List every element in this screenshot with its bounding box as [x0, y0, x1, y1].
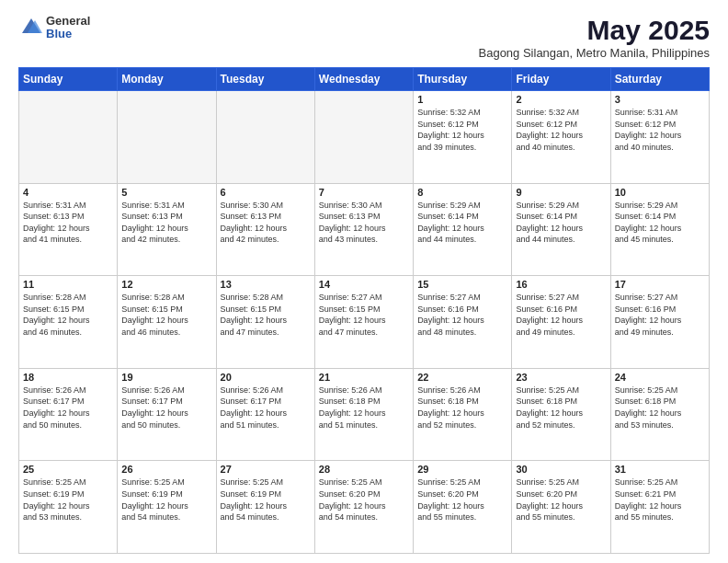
calendar-week-row: 4Sunrise: 5:31 AM Sunset: 6:13 PM Daylig…	[19, 183, 710, 276]
day-number: 16	[516, 279, 606, 290]
logo-icon	[18, 15, 44, 40]
calendar-cell	[314, 91, 413, 184]
title-block: May 2025 Bagong Silangan, Metro Manila, …	[479, 15, 711, 60]
calendar-week-row: 1Sunrise: 5:32 AM Sunset: 6:12 PM Daylig…	[19, 91, 710, 184]
day-number: 25	[23, 464, 113, 475]
day-info: Sunrise: 5:32 AM Sunset: 6:12 PM Dayligh…	[516, 107, 606, 153]
calendar-cell	[216, 91, 314, 184]
day-info: Sunrise: 5:27 AM Sunset: 6:16 PM Dayligh…	[417, 292, 507, 338]
calendar-week-row: 11Sunrise: 5:28 AM Sunset: 6:15 PM Dayli…	[19, 276, 710, 369]
day-info: Sunrise: 5:25 AM Sunset: 6:21 PM Dayligh…	[615, 477, 705, 523]
day-number: 5	[121, 187, 211, 198]
day-info: Sunrise: 5:25 AM Sunset: 6:19 PM Dayligh…	[23, 477, 113, 523]
calendar-day-header: Thursday	[414, 68, 512, 91]
day-number: 10	[615, 187, 705, 198]
day-info: Sunrise: 5:27 AM Sunset: 6:15 PM Dayligh…	[319, 292, 409, 338]
calendar-day-header: Saturday	[610, 68, 709, 91]
calendar-cell: 19Sunrise: 5:26 AM Sunset: 6:17 PM Dayli…	[118, 368, 216, 461]
day-info: Sunrise: 5:26 AM Sunset: 6:17 PM Dayligh…	[221, 385, 311, 431]
day-info: Sunrise: 5:31 AM Sunset: 6:12 PM Dayligh…	[615, 107, 705, 153]
day-number: 3	[615, 94, 705, 105]
calendar-cell: 26Sunrise: 5:25 AM Sunset: 6:19 PM Dayli…	[118, 461, 216, 554]
day-number: 30	[516, 464, 606, 475]
day-number: 7	[319, 187, 409, 198]
calendar-cell	[19, 91, 118, 184]
calendar-cell: 30Sunrise: 5:25 AM Sunset: 6:20 PM Dayli…	[512, 461, 610, 554]
calendar-cell: 6Sunrise: 5:30 AM Sunset: 6:13 PM Daylig…	[216, 183, 314, 276]
day-info: Sunrise: 5:26 AM Sunset: 6:18 PM Dayligh…	[319, 385, 409, 431]
day-number: 1	[417, 94, 507, 105]
calendar-cell: 9Sunrise: 5:29 AM Sunset: 6:14 PM Daylig…	[512, 183, 610, 276]
calendar-day-header: Monday	[118, 68, 216, 91]
calendar-cell	[118, 91, 216, 184]
day-number: 4	[23, 187, 113, 198]
subtitle: Bagong Silangan, Metro Manila, Philippin…	[479, 46, 711, 60]
day-number: 28	[319, 464, 409, 475]
day-number: 18	[23, 372, 113, 383]
day-info: Sunrise: 5:28 AM Sunset: 6:15 PM Dayligh…	[121, 292, 211, 338]
calendar-cell: 23Sunrise: 5:25 AM Sunset: 6:18 PM Dayli…	[512, 368, 610, 461]
calendar-cell: 13Sunrise: 5:28 AM Sunset: 6:15 PM Dayli…	[216, 276, 314, 369]
calendar-cell: 21Sunrise: 5:26 AM Sunset: 6:18 PM Dayli…	[314, 368, 413, 461]
calendar-cell: 7Sunrise: 5:30 AM Sunset: 6:13 PM Daylig…	[314, 183, 413, 276]
day-info: Sunrise: 5:25 AM Sunset: 6:19 PM Dayligh…	[121, 477, 211, 523]
calendar-cell: 1Sunrise: 5:32 AM Sunset: 6:12 PM Daylig…	[414, 91, 512, 184]
day-number: 6	[221, 187, 311, 198]
day-number: 24	[615, 372, 705, 383]
day-number: 14	[319, 279, 409, 290]
day-info: Sunrise: 5:26 AM Sunset: 6:18 PM Dayligh…	[417, 385, 507, 431]
calendar-day-header: Tuesday	[216, 68, 314, 91]
day-info: Sunrise: 5:29 AM Sunset: 6:14 PM Dayligh…	[417, 200, 507, 246]
day-number: 15	[417, 279, 507, 290]
day-number: 31	[615, 464, 705, 475]
day-number: 29	[417, 464, 507, 475]
calendar-cell: 10Sunrise: 5:29 AM Sunset: 6:14 PM Dayli…	[610, 183, 709, 276]
calendar-day-header: Sunday	[19, 68, 118, 91]
calendar-cell: 15Sunrise: 5:27 AM Sunset: 6:16 PM Dayli…	[414, 276, 512, 369]
calendar-cell: 25Sunrise: 5:25 AM Sunset: 6:19 PM Dayli…	[19, 461, 118, 554]
calendar-cell: 3Sunrise: 5:31 AM Sunset: 6:12 PM Daylig…	[610, 91, 709, 184]
logo-text: General Blue	[46, 15, 90, 41]
calendar-cell: 5Sunrise: 5:31 AM Sunset: 6:13 PM Daylig…	[118, 183, 216, 276]
day-number: 19	[121, 372, 211, 383]
calendar-cell: 11Sunrise: 5:28 AM Sunset: 6:15 PM Dayli…	[19, 276, 118, 369]
logo: General Blue	[18, 15, 90, 41]
calendar-cell: 20Sunrise: 5:26 AM Sunset: 6:17 PM Dayli…	[216, 368, 314, 461]
day-number: 11	[23, 279, 113, 290]
day-number: 9	[516, 187, 606, 198]
day-info: Sunrise: 5:31 AM Sunset: 6:13 PM Dayligh…	[121, 200, 211, 246]
day-info: Sunrise: 5:31 AM Sunset: 6:13 PM Dayligh…	[23, 200, 113, 246]
calendar-cell: 17Sunrise: 5:27 AM Sunset: 6:16 PM Dayli…	[610, 276, 709, 369]
day-number: 27	[221, 464, 311, 475]
day-info: Sunrise: 5:26 AM Sunset: 6:17 PM Dayligh…	[121, 385, 211, 431]
calendar-table: SundayMondayTuesdayWednesdayThursdayFrid…	[18, 67, 710, 554]
calendar-cell: 12Sunrise: 5:28 AM Sunset: 6:15 PM Dayli…	[118, 276, 216, 369]
day-info: Sunrise: 5:25 AM Sunset: 6:20 PM Dayligh…	[516, 477, 606, 523]
calendar-week-row: 18Sunrise: 5:26 AM Sunset: 6:17 PM Dayli…	[19, 368, 710, 461]
day-number: 8	[417, 187, 507, 198]
day-info: Sunrise: 5:26 AM Sunset: 6:17 PM Dayligh…	[23, 385, 113, 431]
calendar-week-row: 25Sunrise: 5:25 AM Sunset: 6:19 PM Dayli…	[19, 461, 710, 554]
logo-blue-text: Blue	[46, 28, 90, 40]
day-number: 20	[221, 372, 311, 383]
day-info: Sunrise: 5:25 AM Sunset: 6:18 PM Dayligh…	[516, 385, 606, 431]
calendar-cell: 18Sunrise: 5:26 AM Sunset: 6:17 PM Dayli…	[19, 368, 118, 461]
day-number: 12	[121, 279, 211, 290]
day-number: 26	[121, 464, 211, 475]
day-info: Sunrise: 5:29 AM Sunset: 6:14 PM Dayligh…	[615, 200, 705, 246]
calendar-cell: 24Sunrise: 5:25 AM Sunset: 6:18 PM Dayli…	[610, 368, 709, 461]
calendar-header-row: SundayMondayTuesdayWednesdayThursdayFrid…	[19, 68, 710, 91]
calendar-cell: 28Sunrise: 5:25 AM Sunset: 6:20 PM Dayli…	[314, 461, 413, 554]
page: General Blue May 2025 Bagong Silangan, M…	[0, 0, 728, 563]
calendar-day-header: Wednesday	[314, 68, 413, 91]
main-title: May 2025	[479, 15, 711, 46]
day-info: Sunrise: 5:25 AM Sunset: 6:19 PM Dayligh…	[221, 477, 311, 523]
calendar-cell: 27Sunrise: 5:25 AM Sunset: 6:19 PM Dayli…	[216, 461, 314, 554]
day-info: Sunrise: 5:32 AM Sunset: 6:12 PM Dayligh…	[417, 107, 507, 153]
calendar-cell: 4Sunrise: 5:31 AM Sunset: 6:13 PM Daylig…	[19, 183, 118, 276]
calendar-cell: 14Sunrise: 5:27 AM Sunset: 6:15 PM Dayli…	[314, 276, 413, 369]
day-number: 17	[615, 279, 705, 290]
day-number: 2	[516, 94, 606, 105]
day-info: Sunrise: 5:29 AM Sunset: 6:14 PM Dayligh…	[516, 200, 606, 246]
day-info: Sunrise: 5:30 AM Sunset: 6:13 PM Dayligh…	[221, 200, 311, 246]
